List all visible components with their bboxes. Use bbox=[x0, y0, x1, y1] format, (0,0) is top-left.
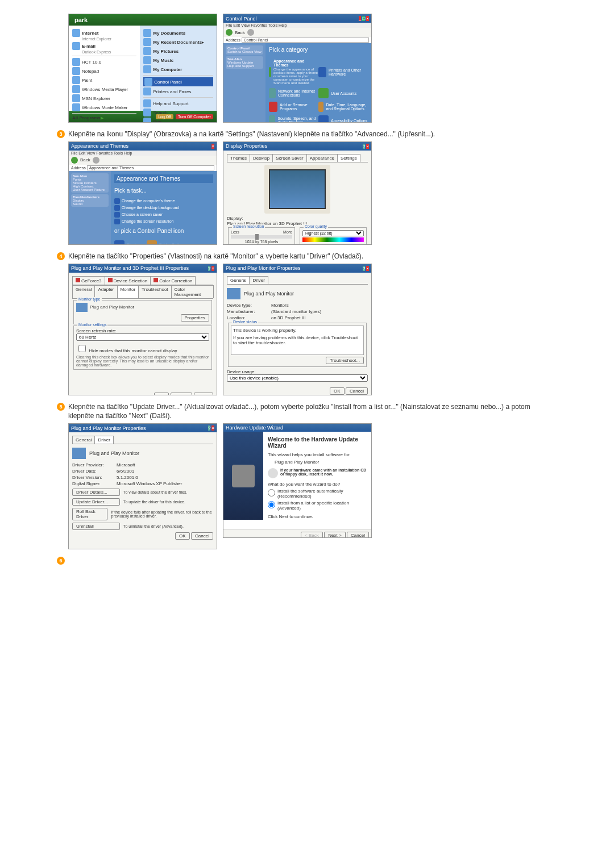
back-icon[interactable] bbox=[71, 157, 78, 164]
task-resolution[interactable]: Change the screen resolution bbox=[114, 219, 213, 224]
folder-options-link[interactable]: Folder Options bbox=[147, 240, 185, 245]
tab-driver[interactable]: Driver bbox=[94, 436, 113, 444]
startmenu-columns: Internet Internet Explorer E-mail Outloo… bbox=[69, 26, 217, 111]
tab-monitor[interactable]: Monitor bbox=[117, 285, 139, 298]
help-link[interactable]: Help and Support bbox=[227, 64, 254, 68]
cancel-button[interactable]: Cancel bbox=[346, 387, 368, 395]
cat-appearance[interactable]: Appearance and ThemesChange the appearan… bbox=[269, 59, 318, 85]
control-panel-icon bbox=[144, 78, 152, 86]
user-icon bbox=[318, 88, 329, 98]
cancel-button[interactable]: Cancel bbox=[347, 532, 369, 538]
turnoff-button[interactable]: Turn Off Computer bbox=[176, 114, 213, 119]
radio-list[interactable] bbox=[268, 501, 275, 508]
tab-troubleshoot[interactable]: Troubleshoot bbox=[138, 285, 171, 298]
tb-sound[interactable]: Sound bbox=[73, 202, 82, 206]
close-icon[interactable]: × bbox=[366, 16, 369, 21]
msn-icon bbox=[72, 94, 80, 102]
window-title: Appearance and Themes bbox=[71, 143, 128, 149]
help-icon[interactable]: ? bbox=[363, 266, 365, 271]
step4-text: Klepněte na tlačítko "Properties" (Vlast… bbox=[68, 252, 363, 261]
tab-device-selection[interactable]: Device Selection bbox=[105, 276, 151, 285]
resolution-slider[interactable] bbox=[231, 235, 292, 239]
tab-desktop[interactable]: Desktop bbox=[250, 154, 273, 162]
cat-access[interactable]: Accessibility Options bbox=[318, 115, 368, 123]
screenshot-display-properties: Display Properties?× Themes Desktop Scre… bbox=[223, 141, 372, 245]
ok-button[interactable]: OK bbox=[175, 532, 190, 540]
back-button[interactable]: < Back bbox=[301, 532, 323, 538]
monitor-preview bbox=[264, 165, 330, 214]
address-value[interactable]: Control Panel bbox=[242, 37, 369, 43]
back-icon[interactable] bbox=[226, 29, 233, 36]
step5-text: Klepněte na tlačítko "Update Driver..." … bbox=[68, 402, 557, 422]
tab-settings[interactable]: Settings bbox=[337, 154, 360, 162]
display-icon-link[interactable]: Display bbox=[114, 240, 140, 245]
task-theme[interactable]: Change the computer's theme bbox=[114, 198, 213, 204]
close-icon[interactable]: × bbox=[211, 144, 214, 149]
color-quality-select[interactable]: Highest (32 bit) bbox=[302, 230, 364, 236]
step-badge-3: 3 bbox=[57, 130, 65, 138]
close-icon[interactable]: × bbox=[366, 266, 369, 271]
cancel-button[interactable]: Cancel bbox=[171, 393, 193, 395]
cat-user[interactable]: User Accounts bbox=[318, 88, 368, 98]
rollback-driver-button[interactable]: Roll Back Driver bbox=[72, 508, 107, 520]
cat-network[interactable]: Network and Internet Connections bbox=[269, 88, 318, 98]
tab-color-correction[interactable]: Color Correction bbox=[150, 276, 196, 285]
tab-geforce[interactable]: GeForce3 bbox=[72, 276, 105, 285]
close-icon[interactable]: × bbox=[211, 425, 214, 431]
switch-classic-link[interactable]: Switch to Classic View bbox=[227, 50, 262, 53]
appearance-icon bbox=[269, 67, 271, 77]
task-screensaver[interactable]: Choose a screen saver bbox=[114, 212, 213, 218]
logoff-button[interactable]: Log Off bbox=[156, 114, 173, 119]
digital-signer: Microsoft Windows XP Publisher bbox=[117, 481, 182, 486]
cat-printers[interactable]: Printers and Other Hardware bbox=[318, 59, 368, 85]
refresh-label: Screen refresh rate: bbox=[76, 328, 209, 333]
radio-auto[interactable] bbox=[268, 489, 275, 496]
forward-icon[interactable] bbox=[247, 29, 254, 36]
ok-button[interactable]: OK bbox=[154, 393, 169, 395]
tab-adapter[interactable]: Adapter bbox=[94, 285, 117, 298]
forward-icon[interactable] bbox=[93, 157, 99, 164]
display-icon bbox=[114, 240, 125, 245]
help-icon[interactable]: ? bbox=[208, 425, 210, 431]
tab-color-mgmt[interactable]: Color Management bbox=[171, 285, 214, 298]
maximize-icon[interactable]: □ bbox=[362, 16, 365, 21]
control-panel-item[interactable]: Control Panel bbox=[143, 77, 213, 86]
apply-button[interactable]: Apply bbox=[194, 393, 213, 395]
driver-details-button[interactable]: Driver Details... bbox=[72, 489, 120, 496]
device-usage-select[interactable]: Use this device (enable) bbox=[227, 374, 368, 382]
troubleshoot-button[interactable]: Troubleshoot... bbox=[326, 357, 364, 364]
tab-themes[interactable]: Themes bbox=[227, 154, 250, 162]
monitor-settings-group: Monitor settings bbox=[77, 323, 107, 327]
help-icon[interactable]: ? bbox=[208, 266, 210, 271]
folder-icon bbox=[143, 56, 151, 64]
help-icon[interactable]: ? bbox=[363, 144, 365, 149]
hide-modes-checkbox[interactable] bbox=[78, 345, 86, 352]
device-type: Monitors bbox=[271, 303, 289, 308]
cat-date[interactable]: Date, Time, Language, and Regional Optio… bbox=[318, 102, 368, 112]
cat-addremove[interactable]: Add or Remove Programs bbox=[269, 102, 318, 112]
ok-button[interactable]: OK bbox=[330, 387, 345, 395]
cancel-button[interactable]: Cancel bbox=[191, 532, 213, 540]
tab-screensaver[interactable]: Screen Saver bbox=[272, 154, 306, 162]
wmp-icon bbox=[72, 85, 80, 93]
update-driver-button[interactable]: Update Driver... bbox=[72, 498, 120, 506]
address-value[interactable]: Appearance and Themes bbox=[87, 165, 214, 170]
ie-icon bbox=[72, 29, 80, 37]
tab-general[interactable]: General bbox=[72, 436, 95, 444]
acc-link[interactable]: User Account Picture bbox=[73, 188, 105, 191]
run-icon bbox=[143, 118, 151, 123]
task-background[interactable]: Change the desktop background bbox=[114, 205, 213, 211]
next-button[interactable]: Next > bbox=[324, 532, 345, 538]
tab-appearance[interactable]: Appearance bbox=[306, 154, 338, 162]
refresh-rate-select[interactable]: 60 Hertz bbox=[76, 333, 209, 341]
close-icon[interactable]: × bbox=[211, 266, 214, 271]
uninstall-button[interactable]: Uninstall bbox=[72, 523, 120, 530]
tab-general[interactable]: General bbox=[72, 285, 95, 298]
tab-general[interactable]: General bbox=[227, 276, 250, 284]
wizard-device: Plug and Play Monitor bbox=[275, 460, 367, 465]
properties-button[interactable]: Properties bbox=[181, 314, 209, 322]
close-icon[interactable]: × bbox=[366, 144, 369, 149]
tab-driver[interactable]: Driver bbox=[249, 276, 268, 284]
cat-sounds[interactable]: Sounds, Speech, and Audio Devices bbox=[269, 115, 318, 123]
minimize-icon[interactable]: _ bbox=[359, 16, 361, 21]
